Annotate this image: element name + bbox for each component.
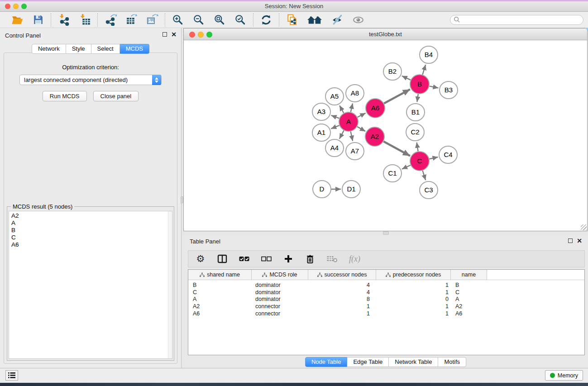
save-session-icon[interactable]: [31, 13, 45, 27]
network-window-titlebar[interactable]: testGlobe.txt: [184, 29, 587, 40]
graph-edge-A-A4[interactable]: [339, 130, 344, 138]
run-mcds-button[interactable]: Run MCDS: [43, 91, 87, 101]
splitter-handle[interactable]: [383, 231, 389, 235]
table-row[interactable]: A2connector11A2: [188, 303, 584, 310]
import-table-icon[interactable]: [78, 13, 91, 27]
tab-node-table[interactable]: Node Table: [305, 357, 348, 367]
graph-node-A[interactable]: A: [339, 112, 358, 131]
zoom-in-icon[interactable]: [171, 13, 185, 27]
graph-edge-A-A2[interactable]: [357, 127, 365, 131]
result-scrollbar-track[interactable]: [168, 211, 172, 358]
graph-node-A4[interactable]: A4: [325, 139, 344, 157]
float-table-panel-icon[interactable]: [568, 238, 573, 243]
tab-mcds[interactable]: MCDS: [120, 44, 149, 54]
graph-node-C[interactable]: C: [410, 152, 429, 171]
close-table-panel-icon[interactable]: ✕: [577, 238, 582, 243]
export-network-icon[interactable]: [104, 13, 117, 27]
duplicate-network-icon[interactable]: [285, 13, 299, 27]
graph-edge-A2-C[interactable]: [383, 142, 410, 156]
graph-edge-A-A5[interactable]: [339, 105, 344, 113]
float-panel-icon[interactable]: [163, 32, 167, 37]
graph-node-B2[interactable]: B2: [383, 63, 402, 80]
graph-node-B[interactable]: B: [410, 75, 429, 94]
graph-edge-C-C3[interactable]: [423, 171, 426, 180]
column-header-shared-name[interactable]: shared name: [188, 270, 252, 280]
graph-edge-C-C1[interactable]: [402, 165, 411, 169]
deselect-all-icon[interactable]: [261, 253, 272, 265]
network-zoom-button[interactable]: [206, 32, 212, 38]
graph-node-C3[interactable]: C3: [420, 181, 438, 199]
mcds-result-item[interactable]: C: [11, 234, 172, 241]
task-history-button[interactable]: [5, 370, 18, 381]
graph-node-A2[interactable]: A2: [365, 127, 384, 146]
mcds-result-item[interactable]: A2: [11, 212, 172, 219]
graph-edge-A-A8[interactable]: [351, 103, 353, 112]
export-table-icon[interactable]: [124, 13, 138, 27]
zoom-selected-icon[interactable]: [234, 13, 247, 27]
memory-button[interactable]: Memory: [545, 370, 583, 381]
tab-network[interactable]: Network: [32, 44, 66, 54]
graph-node-A3[interactable]: A3: [312, 103, 330, 120]
table-row[interactable]: Adominator80A: [188, 296, 584, 303]
tab-motifs[interactable]: Motifs: [438, 357, 466, 367]
search-field[interactable]: [450, 15, 583, 25]
network-close-button[interactable]: [189, 32, 195, 38]
graph-node-B3[interactable]: B3: [440, 81, 458, 99]
graph-node-A1[interactable]: A1: [312, 124, 330, 141]
graph-node-A7[interactable]: A7: [346, 143, 364, 160]
graph-node-A8[interactable]: A8: [346, 85, 364, 102]
refresh-view-icon[interactable]: [259, 13, 273, 27]
tab-edge-table[interactable]: Edge Table: [347, 357, 389, 367]
graph-edge-A-A6[interactable]: [358, 113, 366, 117]
open-session-icon[interactable]: [10, 13, 24, 27]
close-panel-button[interactable]: Close panel: [93, 91, 139, 101]
table-row[interactable]: Bdominator41B: [188, 281, 584, 289]
tab-style[interactable]: Style: [66, 44, 91, 54]
delete-row-icon[interactable]: [305, 253, 316, 265]
graph-edge-A6-B[interactable]: [384, 89, 410, 103]
graph-edge-A-A7[interactable]: [351, 132, 353, 141]
graph-edge-B-B2[interactable]: [402, 76, 411, 80]
function-builder-icon[interactable]: f(x): [349, 253, 360, 265]
column-header-predecessor-nodes[interactable]: predecessor nodes: [376, 270, 451, 280]
graph-node-D[interactable]: D: [313, 181, 331, 198]
desktop-scroll-handle[interactable]: [181, 196, 183, 203]
show-graphics-details-icon[interactable]: [330, 13, 344, 27]
zoom-out-icon[interactable]: [192, 13, 206, 27]
graph-edge-C-C4[interactable]: [429, 157, 438, 159]
search-input[interactable]: [462, 16, 580, 23]
graph-node-B4[interactable]: B4: [420, 46, 438, 63]
table-row[interactable]: A6connector11A6: [188, 310, 584, 317]
network-minimize-button[interactable]: [198, 32, 204, 38]
tab-network-table[interactable]: Network Table: [389, 357, 438, 367]
add-row-icon[interactable]: [283, 253, 294, 265]
network-canvas[interactable]: B4B2BB3A8A5A6A3B1AA1C2A2A4A7C4CC1DD1C3: [184, 40, 587, 231]
graph-edge-B-B4[interactable]: [422, 65, 425, 75]
mcds-result-item[interactable]: B: [11, 227, 172, 234]
graph-edge-A-A3[interactable]: [331, 115, 339, 119]
graph-node-A6[interactable]: A6: [366, 99, 385, 118]
table-row[interactable]: Cdominator41C: [188, 289, 584, 296]
graph-node-A5[interactable]: A5: [325, 88, 344, 105]
graph-node-C4[interactable]: C4: [439, 146, 457, 163]
close-panel-icon[interactable]: ✕: [171, 32, 177, 37]
column-header-successor-nodes[interactable]: successor nodes: [308, 270, 376, 280]
graph-edge-C-C2[interactable]: [417, 143, 418, 152]
column-header-MCDS-role[interactable]: MCDS role: [252, 270, 308, 280]
graph-node-B1[interactable]: B1: [406, 104, 425, 121]
graph-node-D1[interactable]: D1: [342, 181, 360, 198]
import-network-icon[interactable]: [57, 13, 71, 27]
graph-edge-B-B3[interactable]: [430, 86, 439, 88]
settings-gear-icon[interactable]: ⚙: [195, 253, 206, 265]
show-column-icon[interactable]: [217, 253, 228, 265]
export-image-icon[interactable]: [145, 13, 159, 27]
home-layout-icon[interactable]: [306, 13, 323, 27]
zoom-fit-icon[interactable]: [213, 13, 226, 27]
column-header-name[interactable]: name: [451, 270, 487, 280]
graph-edge-B-B1[interactable]: [417, 94, 418, 102]
delete-table-icon[interactable]: [326, 253, 338, 265]
mcds-result-item[interactable]: A: [11, 219, 172, 227]
mcds-result-item[interactable]: A6: [11, 241, 172, 248]
select-all-icon[interactable]: [239, 253, 250, 265]
preview-eye-icon[interactable]: [351, 13, 365, 27]
